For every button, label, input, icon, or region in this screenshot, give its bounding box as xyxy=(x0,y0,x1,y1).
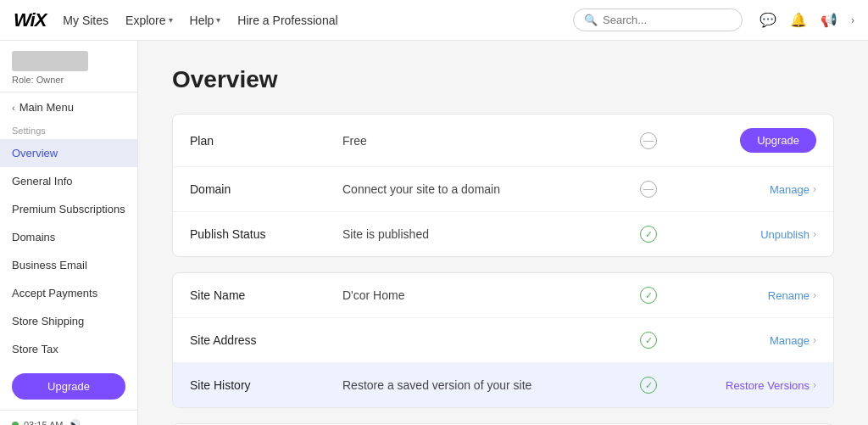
sidebar: Role: Owner ‹ Main Menu Settings Overvie… xyxy=(0,41,138,425)
sidebar-item-store-tax[interactable]: Store Tax xyxy=(0,335,137,363)
overview-card-2: Site Name D'cor Home ✓ Rename › Site Add… xyxy=(172,272,834,408)
role-label: Role: Owner xyxy=(12,75,125,85)
site-name-icon: ✓ xyxy=(633,287,664,304)
plan-row: Plan Free — Upgrade xyxy=(173,115,833,167)
domain-action: Manage › xyxy=(664,183,816,196)
site-history-chevron-icon: › xyxy=(813,379,816,391)
site-address-icon: ✓ xyxy=(633,332,664,349)
megaphone-icon[interactable]: 📢 xyxy=(821,12,837,28)
online-indicator xyxy=(12,422,19,425)
wix-logo: WiX xyxy=(14,9,46,31)
top-navigation: WiX My Sites Explore ▾ Help ▾ Hire a Pro… xyxy=(0,0,868,41)
nav-hire-professional[interactable]: Hire a Professional xyxy=(237,14,337,27)
search-icon: 🔍 xyxy=(584,14,598,26)
nav-more-chevron-icon[interactable]: › xyxy=(851,14,854,26)
site-address-check-icon: ✓ xyxy=(640,332,657,349)
sidebar-item-store-shipping[interactable]: Store Shipping xyxy=(0,307,137,335)
site-history-row: Site History Restore a saved version of … xyxy=(173,363,833,407)
plan-icon: — xyxy=(633,132,664,149)
restore-versions-link[interactable]: Restore Versions xyxy=(726,379,810,392)
site-address-label: Site Address xyxy=(190,333,342,347)
domain-icon: — xyxy=(633,181,664,198)
site-name-placeholder xyxy=(12,51,88,71)
search-bar[interactable]: 🔍 xyxy=(573,8,743,31)
site-name-value: D'cor Home xyxy=(342,288,633,302)
site-address-row: Site Address ✓ Manage › xyxy=(173,318,833,363)
rename-link[interactable]: Rename xyxy=(768,289,810,302)
site-name-check-icon: ✓ xyxy=(640,287,657,304)
site-name-chevron-icon: › xyxy=(813,289,816,301)
sidebar-upgrade-button[interactable]: Upgrade xyxy=(12,373,125,400)
plan-status-icon: — xyxy=(640,132,657,149)
domain-manage-link[interactable]: Manage xyxy=(770,183,810,196)
sidebar-footer: 03:15 AM 🔊 xyxy=(0,410,137,425)
publish-status-value: Site is published xyxy=(342,227,633,241)
publish-status-action: Unpublish › xyxy=(664,228,816,241)
site-history-label: Site History xyxy=(190,378,342,392)
sidebar-item-overview[interactable]: Overview xyxy=(0,139,137,167)
nav-icon-group: 💬 🔔 📢 › xyxy=(760,12,854,28)
site-address-manage-link[interactable]: Manage xyxy=(770,334,810,347)
explore-chevron-icon: ▾ xyxy=(169,15,173,25)
site-name-action: Rename › xyxy=(664,289,816,302)
search-input[interactable] xyxy=(603,14,732,26)
main-content: Overview Plan Free — Upgrade Domain Conn… xyxy=(138,41,868,425)
site-name-row: Site Name D'cor Home ✓ Rename › xyxy=(173,273,833,318)
sidebar-item-accept-payments[interactable]: Accept Payments xyxy=(0,279,137,307)
overview-card-1: Plan Free — Upgrade Domain Connect your … xyxy=(172,114,834,257)
site-history-action: Restore Versions › xyxy=(664,379,816,392)
plan-label: Plan xyxy=(190,134,342,148)
back-arrow-icon: ‹ xyxy=(12,103,15,113)
nav-help[interactable]: Help ▾ xyxy=(190,14,221,27)
plan-action: Upgrade xyxy=(664,128,816,153)
nav-explore[interactable]: Explore ▾ xyxy=(125,14,172,27)
sidebar-item-general-info[interactable]: General Info xyxy=(0,167,137,195)
page-title: Overview xyxy=(172,66,834,93)
sidebar-main-menu[interactable]: ‹ Main Menu xyxy=(0,92,137,119)
site-name-label: Site Name xyxy=(190,288,342,302)
site-history-check-icon: ✓ xyxy=(640,377,657,394)
bell-icon[interactable]: 🔔 xyxy=(790,12,807,28)
publish-chevron-icon: › xyxy=(813,228,816,240)
domain-row: Domain Connect your site to a domain — M… xyxy=(173,167,833,212)
sidebar-item-business-email[interactable]: Business Email xyxy=(0,251,137,279)
sidebar-item-domains[interactable]: Domains xyxy=(0,223,137,251)
sidebar-time: 03:15 AM 🔊 xyxy=(12,419,81,425)
sidebar-settings-label: Settings xyxy=(0,119,137,139)
help-chevron-icon: ▾ xyxy=(216,15,220,25)
domain-label: Domain xyxy=(190,182,342,196)
site-history-value: Restore a saved version of your site xyxy=(342,378,633,392)
site-address-action: Manage › xyxy=(664,334,816,347)
site-address-chevron-icon: › xyxy=(813,334,816,346)
unpublish-link[interactable]: Unpublish xyxy=(760,228,810,241)
publish-status-icon: ✓ xyxy=(633,226,664,243)
domain-value: Connect your site to a domain xyxy=(342,182,633,196)
domain-chevron-icon: › xyxy=(813,183,816,195)
domain-status-icon: — xyxy=(640,181,657,198)
upgrade-button[interactable]: Upgrade xyxy=(740,128,816,153)
site-history-icon: ✓ xyxy=(633,377,664,394)
body-layout: Role: Owner ‹ Main Menu Settings Overvie… xyxy=(0,41,868,425)
sidebar-item-premium-subscriptions[interactable]: Premium Subscriptions xyxy=(0,195,137,223)
plan-value: Free xyxy=(342,134,633,148)
volume-icon: 🔊 xyxy=(68,419,81,425)
chat-icon[interactable]: 💬 xyxy=(760,12,776,28)
publish-check-icon: ✓ xyxy=(640,226,657,243)
nav-my-sites[interactable]: My Sites xyxy=(63,14,108,27)
sidebar-site-block: Role: Owner xyxy=(0,41,137,92)
publish-status-label: Publish Status xyxy=(190,227,342,241)
publish-status-row: Publish Status Site is published ✓ Unpub… xyxy=(173,212,833,256)
